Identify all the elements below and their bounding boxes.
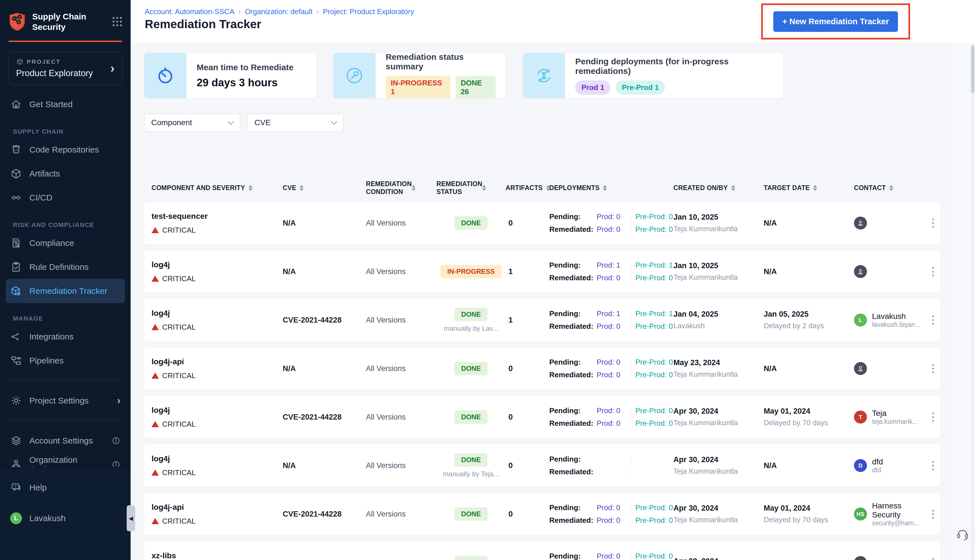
table-row[interactable]: log4j-api CRITICAL CVE-2021-44228 All Ve… — [144, 493, 940, 535]
support-headset-icon[interactable] — [955, 527, 970, 542]
card-icon-panel — [523, 53, 565, 98]
contact-cell[interactable]: HS Harness Securitysecurity@harn... — [854, 502, 926, 527]
project-selector[interactable]: PROJECT Product Exploratory › — [8, 52, 122, 85]
sidebar-item-project-settings[interactable]: Project Settings › — [0, 388, 130, 413]
box-wrench-icon — [10, 285, 22, 297]
row-menu-kebab-icon[interactable] — [926, 461, 940, 470]
contact-cell[interactable] — [854, 362, 926, 375]
vertical-scrollbar[interactable] — [971, 45, 975, 560]
contact-cell[interactable] — [854, 556, 926, 560]
sort-icon[interactable] — [813, 185, 817, 191]
row-menu-kebab-icon[interactable] — [926, 558, 940, 560]
status-note: manually by Lav... — [444, 325, 498, 332]
sort-icon[interactable] — [889, 185, 893, 191]
severity: CRITICAL — [152, 372, 283, 380]
sidebar-item-help[interactable]: ? Help — [0, 475, 130, 499]
deployments-cell: Pending: Remediated: — [549, 455, 673, 476]
sort-icon[interactable] — [300, 185, 304, 191]
app-switcher-grid-icon[interactable] — [113, 17, 122, 27]
repo-icon: </> — [10, 144, 22, 156]
sidebar-item-compliance[interactable]: Compliance — [0, 231, 130, 255]
column-header[interactable]: CVE — [283, 184, 366, 192]
column-label: CREATED ON/BY — [673, 184, 728, 192]
user-avatar: L — [10, 512, 22, 524]
sidebar-user[interactable]: L Lavakush — [0, 506, 130, 530]
column-header[interactable]: REMEDIATION CONDITION — [366, 180, 436, 196]
row-menu-kebab-icon[interactable] — [926, 364, 940, 373]
nav-group-label: RISK AND COMPLIANCE — [0, 222, 130, 229]
sidebar-item-get-started[interactable]: Get Started — [0, 92, 130, 116]
row-menu-kebab-icon[interactable] — [926, 510, 940, 519]
sort-icon[interactable] — [603, 185, 607, 191]
sidebar-item-label: Help — [29, 483, 47, 492]
row-menu-kebab-icon[interactable] — [926, 413, 940, 422]
sidebar-item-rule-definitions[interactable]: Rule Definitions — [0, 255, 130, 279]
svg-text:</>: </> — [14, 148, 18, 152]
breadcrumb-organization[interactable]: Organization: default — [245, 7, 312, 16]
critical-warning-icon — [152, 324, 159, 330]
table-row[interactable]: log4j CRITICAL CVE-2021-44228 All Versio… — [144, 299, 940, 341]
sidebar-item-remediation-tracker[interactable]: Remediation Tracker — [6, 279, 125, 303]
column-header[interactable]: ARTIFACTS — [506, 184, 549, 192]
contact-cell[interactable]: L Lavakushlavakush.biyan... — [854, 312, 926, 328]
sidebar-item-code-repositories[interactable]: </>Code Repositories — [0, 138, 130, 162]
column-header[interactable]: DEPLOYMENTS — [549, 184, 673, 192]
breadcrumb-project[interactable]: Project: Product Exploratory — [323, 7, 414, 16]
contact-cell[interactable] — [854, 265, 926, 278]
sidebar-item-label: Pipelines — [29, 356, 64, 365]
contact-cell[interactable]: D dfddfd — [854, 457, 926, 474]
sidebar-item-label: Compliance — [29, 238, 74, 248]
sort-icon[interactable] — [412, 185, 416, 191]
sort-icon[interactable] — [249, 185, 252, 191]
contact-cell[interactable]: T Tejateja.kummarik... — [854, 409, 926, 425]
summary-card: Pending deployments (for in-progress rem… — [523, 53, 783, 98]
component-cell: log4j CRITICAL — [152, 260, 283, 283]
sidebar-item-label: Account Settings — [29, 436, 93, 445]
sidebar-item-account-settings[interactable]: Account Settings — [0, 428, 130, 453]
contact-cell[interactable] — [854, 217, 926, 230]
sidebar-item-integrations[interactable]: Integrations — [0, 325, 130, 348]
table-row[interactable]: log4j CRITICAL N/A All Versions IN-PROGR… — [144, 250, 940, 293]
scrollbar-thumb[interactable] — [971, 45, 975, 93]
sort-icon[interactable] — [731, 185, 735, 191]
component-cell: log4j-api CRITICAL — [152, 503, 283, 526]
table-row[interactable]: test-sequencer CRITICAL N/A All Versions… — [144, 202, 940, 244]
column-header[interactable]: COMPONENT AND SEVERITY — [152, 184, 283, 192]
sidebar-item-pipelines[interactable]: Pipelines — [0, 348, 130, 372]
severity: CRITICAL — [152, 226, 283, 235]
table-row[interactable]: xz-libs CRITICAL DONE Pending:Prod: 0Pre… — [144, 542, 940, 560]
new-remediation-tracker-button[interactable]: + New Remediation Tracker — [773, 11, 898, 32]
row-menu-kebab-icon[interactable] — [926, 315, 940, 325]
table-row[interactable]: log4j-api CRITICAL N/A All Versions DONE… — [144, 347, 940, 390]
remediated-preprod: Pre-Prod: 0 — [635, 370, 673, 379]
project-box-icon — [16, 58, 23, 65]
status-note: manually by Teja... — [443, 470, 499, 478]
info-icon[interactable] — [112, 436, 120, 445]
sidebar-item-artifacts[interactable]: Artifacts — [0, 162, 130, 185]
column-header[interactable]: CONTACT — [854, 184, 926, 192]
sidebar-collapse-handle[interactable]: ◀ — [127, 505, 135, 531]
table-row[interactable]: log4j CRITICAL N/A All Versions DONE man… — [144, 444, 940, 487]
filters: ComponentCVE — [144, 114, 951, 132]
cve-cell: CVE-2021-44228 — [283, 510, 366, 518]
column-header[interactable]: REMEDIATION STATUS — [436, 180, 506, 196]
pending-preprod: Pre-Prod: 0 — [635, 503, 673, 512]
breadcrumb-account[interactable]: Account: Automation-SSCA — [145, 7, 234, 16]
row-menu-kebab-icon[interactable] — [926, 218, 940, 228]
cve-cell: N/A — [283, 267, 366, 276]
column-header[interactable]: TARGET DATE — [764, 184, 854, 192]
table-row[interactable]: log4j CRITICAL CVE-2021-44228 All Versio… — [144, 396, 940, 438]
severity: CRITICAL — [152, 420, 283, 428]
cve-filter-select[interactable]: CVE — [247, 114, 343, 132]
pending-prod: Prod: 0 — [597, 406, 627, 415]
row-menu-kebab-icon[interactable] — [926, 267, 940, 276]
sort-icon[interactable] — [482, 185, 486, 191]
component-name: log4j-api — [152, 503, 283, 512]
sidebar-item-cicd[interactable]: CI/CD — [0, 185, 130, 210]
artifacts-cell: 1 — [506, 267, 549, 276]
summary-card: Mean time to Remediate29 days 3 hours — [144, 53, 316, 98]
severity: CRITICAL — [152, 323, 283, 332]
remediation-condition-cell: All Versions — [366, 219, 436, 228]
column-header[interactable]: CREATED ON/BY — [673, 184, 764, 192]
component-filter-select[interactable]: Component — [144, 114, 240, 132]
